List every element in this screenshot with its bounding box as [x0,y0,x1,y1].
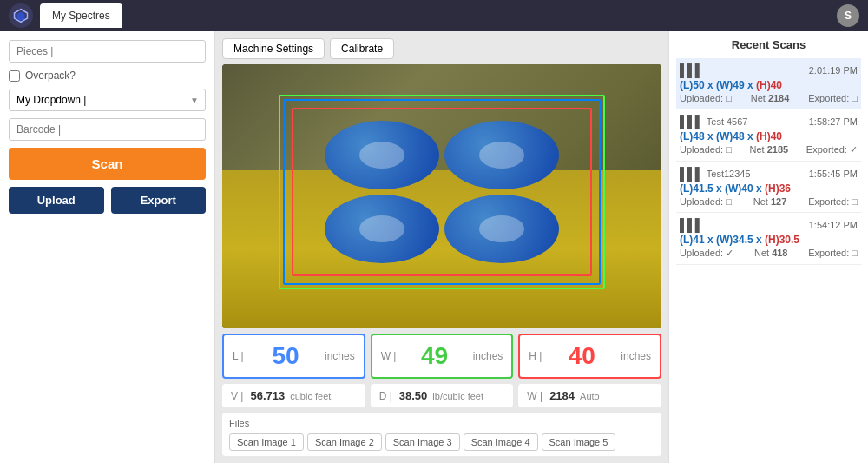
scan-image [222,64,661,328]
scan-item-header: ▌▌▌ 1:54:12 PM [680,218,858,232]
scan-footer: Uploaded: □ Net 2185 Exported: ✓ [680,144,858,155]
weight-box: W | 2184 Auto [518,384,661,407]
length-unit: inches [325,350,355,362]
scan-button[interactable]: Scan [9,148,206,180]
net-value: Net 2184 [751,93,790,103]
app-tab[interactable]: My Spectres [40,3,122,28]
scan-time: 1:54:12 PM [809,220,858,230]
density-unit: lb/cubic feet [432,391,483,401]
barcode-icon: ▌▌▌ [680,218,703,232]
toolbar-row: Machine Settings Calibrate [222,38,661,59]
svg-marker-1 [17,12,25,22]
weight-label: W | [527,390,542,402]
user-avatar[interactable]: S [837,4,859,27]
sidebar: Overpack? My Dropdown | ▼ Scan Upload Ex… [0,31,215,463]
scan-time: 1:58:27 PM [809,116,858,127]
action-row: Upload Export [9,187,206,214]
file-tab[interactable]: Scan Image 3 [385,433,460,451]
exported-status: Exported: ✓ [806,144,858,155]
net-value: Net 2185 [750,144,789,155]
file-tab[interactable]: Scan Image 2 [307,433,382,451]
app-logo [9,3,33,28]
scan-item[interactable]: ▌▌▌ 1:54:12 PM (L)41 x (W)34.5 x (H)30.5… [676,213,861,265]
image-background [222,64,661,328]
scan-dims: (L)41 x (W)34.5 x (H)30.5 [680,234,858,246]
width-label: W | [381,350,397,362]
volume-value: 56.713 [250,389,285,402]
barcode-icon: ▌▌▌ [680,63,703,77]
height-box: H | 40 inches [518,334,661,379]
files-tabs: Scan Image 1Scan Image 2Scan Image 3Scan… [229,433,654,451]
scan-item-id: ▌▌▌ [680,63,703,77]
scan-footer: Uploaded: ✓ Net 418 Exported: □ [680,248,858,259]
uploaded-status: Uploaded: ✓ [680,248,733,259]
my-dropdown[interactable]: My Dropdown | [9,89,206,111]
height-value: 40 [546,342,617,370]
net-value: Net 418 [754,248,788,259]
barrel-tl [325,121,439,189]
barrel-bl [325,195,439,263]
scan-dims: (L)50 x (W)49 x (H)40 [680,79,858,91]
right-panel: Recent Scans ▌▌▌ 2:01:19 PM (L)50 x (W)4… [668,31,868,463]
net-value: Net 127 [753,196,787,207]
exported-status: Exported: □ [808,196,858,207]
scan-item-id: ▌▌▌ Test12345 [680,167,751,181]
scan-dims: (L)41.5 x (W)40 x (H)36 [680,182,858,195]
scan-item-id: ▌▌▌ Test 4567 [680,115,747,129]
exported-status: Exported: □ [808,93,858,103]
center-content: Machine Settings Calibrate [215,31,668,463]
file-tab[interactable]: Scan Image 1 [229,433,304,451]
main-layout: Overpack? My Dropdown | ▼ Scan Upload Ex… [0,31,868,463]
files-title: Files [229,418,654,428]
volume-unit: cubic feet [290,391,331,401]
height-unit: inches [621,350,651,362]
height-label: H | [529,350,542,362]
scan-item[interactable]: ▌▌▌ Test12345 1:55:45 PM (L)41.5 x (W)40… [676,162,861,213]
density-value: 38.50 [399,389,428,402]
width-value: 49 [399,342,469,370]
exported-status: Exported: □ [808,248,858,259]
calibrate-button[interactable]: Calibrate [330,38,394,59]
scan-dims: (L)48 x (W)48 x (H)40 [680,130,858,142]
scan-item[interactable]: ▌▌▌ 2:01:19 PM (L)50 x (W)49 x (H)40 Upl… [676,58,861,109]
length-label: L | [233,350,247,362]
length-box: L | 50 inches [222,334,365,379]
overpack-checkbox[interactable] [9,70,20,82]
overpack-row: Overpack? [9,69,206,82]
barrel-tr [444,121,559,189]
overpack-label: Overpack? [25,69,76,82]
pieces-input[interactable] [9,40,206,63]
top-nav: My Spectres S [0,0,868,31]
barrels-grid [325,121,559,263]
density-label: D | [379,390,392,402]
file-tab[interactable]: Scan Image 5 [542,433,616,451]
scan-item-header: ▌▌▌ 2:01:19 PM [680,63,858,77]
density-box: D | 38.50 lb/cubic feet [371,384,514,407]
file-tab[interactable]: Scan Image 4 [464,433,538,451]
scan-time: 1:55:45 PM [809,169,858,179]
weight-unit: Auto [580,391,600,401]
files-section: Files Scan Image 1Scan Image 2Scan Image… [222,413,661,456]
scan-item-header: ▌▌▌ Test12345 1:55:45 PM [680,167,858,181]
export-button[interactable]: Export [111,187,207,214]
uploaded-status: Uploaded: □ [680,93,732,103]
scan-item-id: ▌▌▌ [680,218,703,232]
width-unit: inches [473,350,503,362]
pallet-area [274,90,609,294]
weight-value: 2184 [549,389,575,402]
recent-scans-title: Recent Scans [676,38,861,51]
volume-box: V | 56.713 cubic feet [222,384,365,407]
scan-footer: Uploaded: □ Net 127 Exported: □ [680,196,858,207]
upload-button[interactable]: Upload [9,187,104,214]
barcode-icon: ▌▌▌ [680,167,703,181]
machine-settings-button[interactable]: Machine Settings [222,38,325,59]
scan-list: ▌▌▌ 2:01:19 PM (L)50 x (W)49 x (H)40 Upl… [676,58,861,265]
scan-item[interactable]: ▌▌▌ Test 4567 1:58:27 PM (L)48 x (W)48 x… [676,109,861,162]
scan-image-container [222,64,661,328]
barrel-br [444,195,559,263]
barcode-icon: ▌▌▌ [680,115,703,129]
length-value: 50 [250,342,321,370]
scan-time: 2:01:19 PM [809,65,858,76]
barcode-input[interactable] [9,118,206,141]
dropdown-wrapper: My Dropdown | ▼ [9,89,206,111]
